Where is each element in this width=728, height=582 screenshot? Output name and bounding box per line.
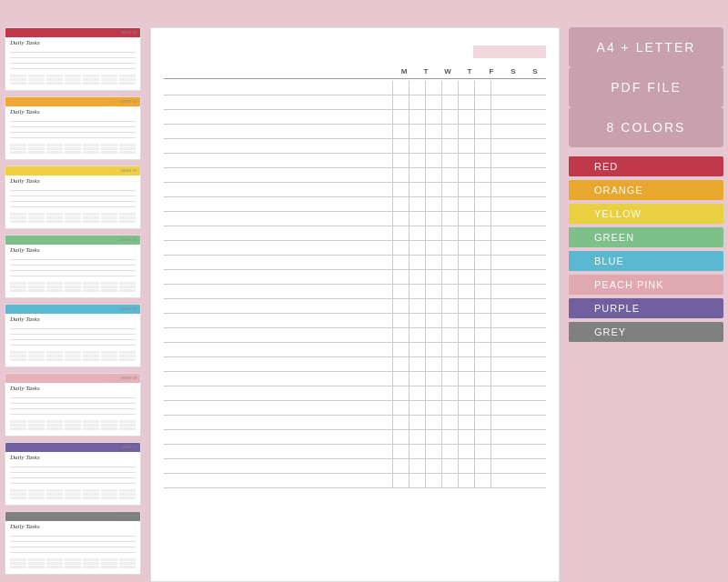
table-row [164, 81, 546, 95]
day-header-F: F [483, 67, 500, 75]
row-cell [410, 459, 426, 473]
color-label: BLUE [587, 256, 723, 266]
color-swatch [569, 227, 587, 247]
row-task-cell [164, 401, 393, 415]
row-cell [426, 270, 442, 284]
row-cell [491, 357, 508, 371]
row-day-cells [393, 459, 546, 473]
row-cell [459, 183, 475, 196]
row-cell [442, 401, 459, 415]
row-cell [410, 372, 426, 386]
row-cell [410, 110, 426, 124]
row-cell [475, 314, 491, 327]
row-cell [491, 445, 508, 458]
row-cell [410, 401, 426, 415]
color-swatch [569, 298, 587, 318]
row-cell [459, 139, 475, 153]
row-cell [410, 299, 426, 313]
row-cell [459, 474, 475, 487]
row-cell [491, 314, 508, 327]
row-task-cell [164, 168, 393, 182]
table-row [164, 226, 546, 241]
row-cell [442, 386, 459, 400]
row-cell [459, 256, 475, 269]
row-cell [393, 197, 410, 211]
table-row [164, 459, 546, 474]
row-cell [475, 285, 491, 298]
row-cell [459, 401, 475, 415]
table-row [164, 401, 546, 416]
row-cell [442, 139, 459, 153]
row-cell [491, 459, 508, 473]
color-swatch [569, 251, 587, 271]
row-cell [393, 256, 410, 269]
row-day-cells [393, 401, 546, 415]
row-day-cells [393, 226, 546, 240]
row-cell [393, 401, 410, 415]
row-day-cells [393, 154, 546, 167]
day-header-T: T [461, 67, 478, 75]
row-cell [426, 401, 442, 415]
row-cell [475, 125, 491, 138]
row-cell [426, 357, 442, 371]
row-task-cell [164, 314, 393, 327]
row-cell [393, 459, 410, 473]
row-cell [475, 183, 491, 196]
row-cell [491, 299, 508, 313]
table-row [164, 372, 546, 386]
row-cell [410, 430, 426, 444]
row-cell [475, 81, 491, 95]
row-cell [491, 328, 508, 342]
col-task-header [164, 67, 393, 75]
row-cell [410, 328, 426, 342]
row-day-cells [393, 299, 546, 313]
row-day-cells [393, 445, 546, 458]
row-cell [459, 168, 475, 182]
row-cell [475, 299, 491, 313]
row-cell [426, 386, 442, 400]
row-cell [393, 314, 410, 327]
row-cell [475, 430, 491, 444]
row-cell [459, 212, 475, 226]
table-row [164, 343, 546, 357]
row-cell [426, 168, 442, 182]
colors-section: RED ORANGE YELLOW GREEN BLUE PEACH PINK … [569, 156, 723, 342]
color-label: GREY [587, 326, 723, 337]
row-cell [393, 212, 410, 226]
right-panel: A4 + LETTERPDF FILE8 COLORS RED ORANGE Y… [569, 27, 723, 582]
row-cell [459, 226, 475, 240]
row-cell [475, 343, 491, 356]
row-cell [426, 430, 442, 444]
row-cell [491, 154, 508, 167]
col-days-header: MTWTFSS [393, 67, 546, 75]
row-task-cell [164, 270, 393, 284]
row-task-cell [164, 430, 393, 444]
row-cell [393, 445, 410, 458]
row-cell [426, 343, 442, 356]
row-cell [410, 212, 426, 226]
thumbnail-7: Daily Tasks WEEK OF [5, 511, 141, 575]
row-cell [459, 270, 475, 284]
row-day-cells [393, 314, 546, 327]
row-cell [426, 95, 442, 109]
row-cell [442, 299, 459, 313]
row-cell [491, 270, 508, 284]
row-cell [426, 459, 442, 473]
checklist-rows [164, 81, 546, 572]
row-task-cell [164, 95, 393, 109]
row-cell [491, 256, 508, 269]
row-task-cell [164, 328, 393, 342]
table-row [164, 445, 546, 459]
color-item-peach-pink: PEACH PINK [569, 275, 723, 295]
row-cell [410, 154, 426, 167]
color-item-orange: ORANGE [569, 180, 723, 200]
row-cell [426, 139, 442, 153]
row-cell [442, 445, 459, 458]
row-cell [442, 372, 459, 386]
row-cell [475, 168, 491, 182]
row-cell [426, 372, 442, 386]
row-cell [442, 226, 459, 240]
table-row [164, 270, 546, 285]
row-cell [475, 459, 491, 473]
row-cell [475, 357, 491, 371]
